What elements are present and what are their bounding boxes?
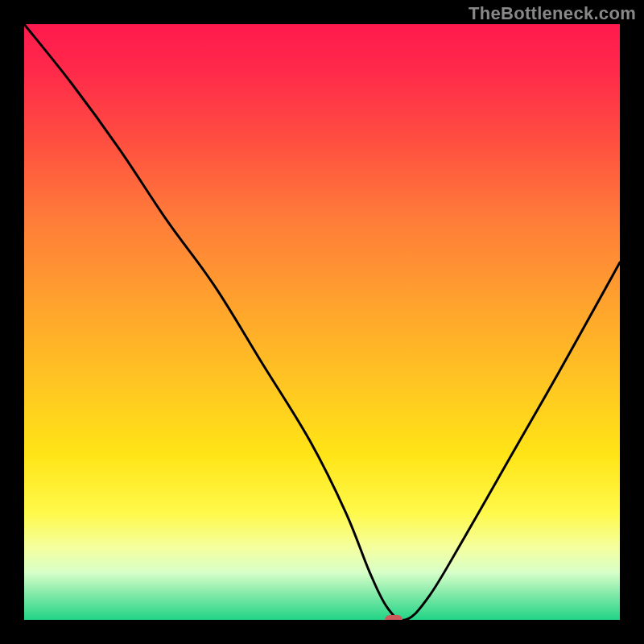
chart-frame: TheBottleneck.com (0, 0, 644, 644)
watermark-text: TheBottleneck.com (469, 3, 636, 24)
bottleneck-curve (24, 24, 620, 620)
plot-area (24, 24, 620, 620)
optimum-marker (385, 615, 402, 620)
